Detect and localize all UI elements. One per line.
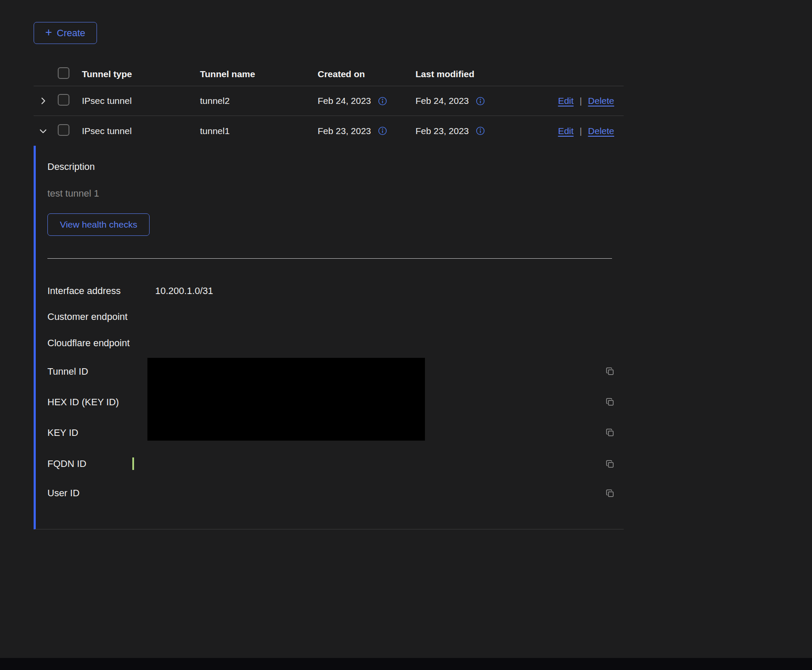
info-icon[interactable]	[378, 97, 387, 106]
created-on-cell: Feb 23, 2023	[318, 126, 371, 136]
created-on-cell: Feb 24, 2023	[318, 96, 371, 106]
bottom-edge-strip	[0, 658, 812, 670]
tunnel-type-cell: IPsec tunnel	[82, 126, 200, 136]
copy-hex-id-button[interactable]	[605, 397, 615, 407]
copy-tunnel-id-button[interactable]	[605, 366, 615, 376]
delete-link[interactable]: Delete	[588, 126, 614, 136]
delete-link[interactable]: Delete	[588, 96, 614, 106]
tunnel-details: Interface address 10.200.1.0/31 Customer…	[47, 279, 624, 507]
action-separator: |	[580, 126, 582, 136]
tunnel-name-cell: tunnel2	[200, 96, 318, 106]
chevron-down-icon	[38, 126, 48, 136]
plus-icon: +	[45, 27, 52, 38]
col-header-last-modified: Last modified	[415, 69, 523, 79]
copy-icon	[605, 428, 615, 438]
col-header-created-on: Created on	[318, 69, 415, 79]
field-label: HEX ID (KEY ID)	[47, 397, 147, 408]
interface-address-value: 10.200.1.0/31	[155, 285, 596, 297]
copy-icon	[605, 459, 615, 469]
copy-icon	[605, 397, 615, 407]
row-checkbox[interactable]	[58, 94, 69, 106]
tunnel-type-cell: IPsec tunnel	[82, 96, 200, 106]
detail-row-customer-endpoint: Customer endpoint	[47, 304, 624, 330]
edit-link[interactable]: Edit	[558, 126, 574, 136]
id-redaction-block	[147, 358, 425, 441]
tunnel-name-cell: tunnel1	[200, 126, 318, 136]
table-header-row: Tunnel type Tunnel name Created on Last …	[34, 63, 624, 86]
info-icon[interactable]	[476, 126, 485, 135]
col-header-tunnel-type: Tunnel type	[82, 69, 200, 79]
row-checkbox[interactable]	[58, 124, 69, 136]
field-label: KEY ID	[47, 427, 147, 438]
field-label: Interface address	[47, 285, 147, 297]
copy-icon	[605, 488, 615, 498]
detail-row-interface-address: Interface address 10.200.1.0/31	[47, 279, 624, 304]
view-health-checks-label: View health checks	[60, 219, 137, 230]
detail-row-cloudflare-endpoint: Cloudflare endpoint	[47, 330, 624, 356]
id-fields-block: Tunnel ID HEX ID (KEY ID)	[47, 356, 624, 448]
copy-user-id-button[interactable]	[605, 488, 615, 498]
field-label: User ID	[47, 488, 147, 499]
table-row: IPsec tunnel tunnel1 Feb 23, 2023 Feb 23…	[34, 116, 624, 146]
last-modified-cell: Feb 23, 2023	[415, 126, 469, 136]
tunnel-detail-panel: Description test tunnel 1 View health ch…	[34, 146, 624, 529]
create-button[interactable]: + Create	[34, 22, 97, 44]
divider	[47, 258, 612, 259]
copy-fqdn-id-button[interactable]	[605, 459, 615, 469]
tunnels-table: Tunnel type Tunnel name Created on Last …	[34, 63, 624, 529]
description-value: test tunnel 1	[47, 188, 624, 199]
detail-row-fqdn-id: FQDN ID	[47, 448, 624, 480]
field-label: Customer endpoint	[47, 311, 147, 322]
view-health-checks-button[interactable]: View health checks	[47, 213, 150, 236]
create-button-label: Create	[57, 28, 85, 39]
info-icon[interactable]	[378, 126, 387, 135]
edit-link[interactable]: Edit	[558, 96, 574, 106]
expand-row-button[interactable]	[37, 94, 50, 107]
copy-key-id-button[interactable]	[605, 428, 615, 438]
field-label: Cloudflare endpoint	[47, 338, 147, 349]
chevron-right-icon	[38, 96, 48, 106]
fqdn-id-redaction	[132, 457, 134, 470]
info-icon[interactable]	[476, 97, 485, 106]
last-modified-cell: Feb 24, 2023	[415, 96, 469, 106]
tunnels-page: + Create Tunnel type Tunnel name Created…	[0, 0, 812, 670]
field-label: Tunnel ID	[47, 366, 147, 377]
action-separator: |	[580, 96, 582, 106]
description-label: Description	[47, 161, 624, 172]
select-all-checkbox[interactable]	[58, 67, 69, 79]
table-row: IPsec tunnel tunnel2 Feb 24, 2023 Feb 24…	[34, 86, 624, 116]
copy-icon	[605, 366, 615, 376]
collapse-row-button[interactable]	[37, 125, 50, 138]
col-header-tunnel-name: Tunnel name	[200, 69, 318, 79]
detail-row-user-id: User ID	[47, 480, 624, 507]
